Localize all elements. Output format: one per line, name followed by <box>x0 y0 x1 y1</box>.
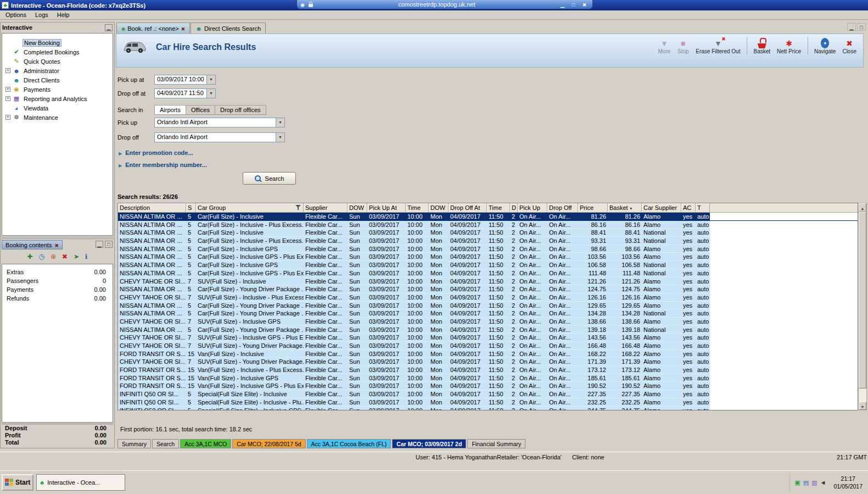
export-icon[interactable] <box>74 253 79 260</box>
close-tab-icon[interactable] <box>181 25 186 32</box>
promotion-code-toggle[interactable]: Enter promotion code... <box>119 148 193 157</box>
expand-icon[interactable] <box>5 87 10 92</box>
column-header[interactable]: Car Group <box>196 203 304 213</box>
collapse-panel-button[interactable] <box>105 24 113 31</box>
search-button[interactable]: Search <box>243 172 296 185</box>
booking-section-tab[interactable]: Acc 3A,1C Cocoa Beach (FL) <box>307 439 391 448</box>
column-header[interactable]: Time <box>487 203 510 213</box>
table-row[interactable]: NISSAN ALTIMA OR ... 5 Car(Full Size) - … <box>118 253 858 261</box>
booking-section-tab[interactable]: Search <box>152 439 179 448</box>
rdp-close-button[interactable] <box>580 1 589 8</box>
stop-button[interactable]: Stop <box>674 37 692 54</box>
table-row[interactable]: NISSAN ALTIMA OR ... 5 Car(Full Size) - … <box>118 269 858 277</box>
column-header[interactable]: DOW <box>429 203 449 213</box>
sidebar-item[interactable]: Administrator <box>3 66 113 75</box>
search-in-tab[interactable]: Drop off offices <box>215 105 266 115</box>
table-row[interactable]: CHEVY TAHOE OR SI... 7 SUV(Full Size) - … <box>118 318 858 326</box>
booking-section-tab[interactable]: Financial Summary <box>467 439 525 448</box>
sidebar-item[interactable]: Viewdata <box>3 103 113 113</box>
column-header[interactable]: Drop Off At <box>449 203 487 213</box>
dropdown-arrow-icon[interactable] <box>276 133 284 142</box>
table-row[interactable]: FORD TRANSIT OR S... 15 Van(Full Size) -… <box>118 366 858 374</box>
menu-item[interactable]: Options <box>1 11 31 19</box>
column-header[interactable]: Basket <box>608 203 642 213</box>
column-header[interactable]: Drop Off <box>547 203 578 213</box>
filter-icon[interactable] <box>295 205 301 210</box>
search-in-tab[interactable]: Offices <box>186 105 215 115</box>
column-header[interactable]: DOW <box>348 203 367 213</box>
column-header[interactable]: AC <box>681 203 696 213</box>
antivirus-icon[interactable] <box>794 479 800 486</box>
pickup-at-input[interactable]: 03/09/2017 10:00 <box>154 75 216 85</box>
taskbar-app-button[interactable]: Interactive - Ocea... <box>36 474 125 491</box>
booking-section-tab[interactable]: Acc 3A,1C MCO <box>180 439 231 448</box>
menu-item[interactable]: Help <box>53 11 74 19</box>
column-header[interactable]: Car Supplier <box>642 203 681 213</box>
booking-content-row[interactable]: Payments 0.00 <box>2 285 113 294</box>
network-icon[interactable] <box>811 479 817 486</box>
sidebar-item[interactable]: Direct Clients <box>3 75 113 85</box>
table-row[interactable]: FORD TRANSIT OR S... 15 Van(Full Size) -… <box>118 382 858 390</box>
booking-content-row[interactable]: Refunds 0.00 <box>2 294 113 303</box>
table-row[interactable]: NISSAN ALTIMA OR ... 5 Car(Full Size) - … <box>118 221 858 229</box>
dropdown-arrow-icon[interactable] <box>206 89 215 98</box>
table-row[interactable]: INFINITI Q50 OR SI... 5 Special(Full Siz… <box>118 398 858 407</box>
basket-button[interactable]: Basket <box>750 37 774 54</box>
scrollbar-thumb[interactable] <box>859 212 866 388</box>
add-icon[interactable] <box>27 253 32 260</box>
booking-content-row[interactable]: Extras 0.00 <box>2 268 113 276</box>
dropdown-arrow-icon[interactable] <box>276 118 284 127</box>
nett-price-button[interactable]: Nett Price <box>774 37 808 54</box>
table-row[interactable]: NISSAN ALTIMA OR ... 5 Car(Full Size) - … <box>118 213 858 221</box>
restore-view-button[interactable] <box>857 23 866 31</box>
expand-icon[interactable] <box>5 96 10 101</box>
scroll-up-button[interactable] <box>859 203 866 212</box>
booking-section-tab[interactable]: Summary <box>117 439 151 448</box>
more-button[interactable]: More <box>655 37 674 54</box>
erase-filtered-out-button[interactable]: Erase Filtered Out <box>692 37 747 54</box>
booking-contents-tab[interactable]: Booking contents <box>2 240 63 249</box>
document-tab[interactable]: Book. ref .: <none> <box>116 23 190 34</box>
table-row[interactable]: CHEVY TAHOE OR SI... 7 SUV(Full Size) - … <box>118 334 858 342</box>
start-button[interactable]: Start <box>2 474 33 491</box>
column-header[interactable]: T <box>696 203 710 213</box>
sidebar-item[interactable]: Reporting and Analytics <box>3 94 113 103</box>
booking-section-tab[interactable]: Car MCO; 22/08/2017 5d <box>232 439 305 448</box>
rdp-minimize-button[interactable] <box>558 1 567 8</box>
expand-icon[interactable] <box>5 115 10 120</box>
column-header[interactable]: Pick Up <box>518 203 547 213</box>
float-panel-button[interactable] <box>105 241 113 248</box>
table-row[interactable]: CHEVY TAHOE OR SI... 7 SUV(Full Size) - … <box>118 293 858 302</box>
sidebar-item[interactable]: Maintenance <box>3 113 113 122</box>
info-icon[interactable] <box>85 253 88 260</box>
column-header[interactable]: Time <box>406 203 429 213</box>
display-icon[interactable] <box>803 479 809 486</box>
table-row[interactable]: CHEVY TAHOE OR SI... 7 SUV(Full Size) - … <box>118 277 858 286</box>
pickup-location-select[interactable]: Orlando Intl Airport <box>154 118 285 127</box>
booking-section-tab[interactable]: Car MCO; 03/09/2017 2d <box>392 439 466 448</box>
dropoff-at-input[interactable]: 04/09/2017 11:50 <box>154 88 216 98</box>
sidebar-item[interactable]: Payments <box>3 85 113 94</box>
table-row[interactable]: NISSAN ALTIMA OR ... 5 Car(Full Size) - … <box>118 229 858 237</box>
minimize-panel-button[interactable] <box>96 241 103 248</box>
column-header[interactable]: D <box>510 203 518 213</box>
table-row[interactable]: FORD TRANSIT OR S... 15 Van(Full Size) -… <box>118 374 858 382</box>
navigate-button[interactable]: Navigate <box>811 37 839 54</box>
column-header[interactable]: Pick Up At <box>367 203 406 213</box>
table-row[interactable]: INFINITI Q50 OR SI... 5 Special(Full Siz… <box>118 390 858 398</box>
table-row[interactable]: CHEVY TAHOE OR SI... 7 SUV(Full Size) - … <box>118 358 858 366</box>
column-header[interactable]: Description <box>118 203 186 213</box>
sidebar-item[interactable]: New Booking <box>3 38 113 47</box>
close-icon[interactable] <box>54 242 59 248</box>
delete-icon[interactable] <box>62 253 68 260</box>
column-header[interactable]: Supplier <box>304 203 348 213</box>
booking-content-row[interactable]: Passengers 0 <box>2 276 113 285</box>
table-row[interactable]: CHEVY TAHOE OR SI... 7 SUV(Full Size) - … <box>118 342 858 350</box>
history-icon[interactable] <box>38 253 44 260</box>
sidebar-item[interactable]: Quick Quotes <box>3 57 113 66</box>
volume-icon[interactable] <box>820 479 826 486</box>
sidebar-item[interactable]: Completed Bookings <box>3 47 113 57</box>
basket-add-icon[interactable] <box>51 253 56 260</box>
column-header[interactable]: Price <box>578 203 608 213</box>
close-button[interactable]: Close <box>839 37 860 54</box>
